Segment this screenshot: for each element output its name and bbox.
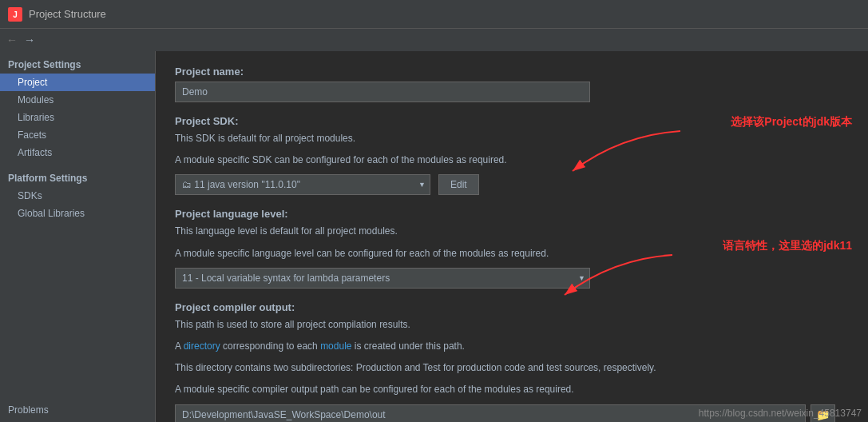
sidebar-item-facets[interactable]: Facets xyxy=(0,126,155,144)
project-settings-header: Project Settings xyxy=(0,54,155,74)
language-dropdown-wrapper: 11 - Local variable syntax for lambda pa… xyxy=(175,268,590,289)
language-dropdown[interactable]: 11 - Local variable syntax for lambda pa… xyxy=(175,268,590,289)
title-bar-title: Project Structure xyxy=(29,8,106,20)
compiler-desc2: A directory corresponding to each module… xyxy=(175,339,849,354)
sidebar-item-problems[interactable]: Problems xyxy=(0,398,155,422)
sidebar-item-project[interactable]: Project xyxy=(0,74,155,91)
sidebar-item-libraries[interactable]: Libraries xyxy=(0,109,155,126)
compiler-desc1: This path is used to store all project c… xyxy=(175,317,849,332)
lang-desc1: This language level is default for all p… xyxy=(175,224,849,239)
title-bar: J Project Structure xyxy=(0,0,868,29)
app-logo: J xyxy=(8,7,22,22)
sdk-dropdown-wrapper: 🗂 11 java version "11.0.10" xyxy=(175,174,430,195)
sidebar: Project Settings Project Modules Librari… xyxy=(0,51,156,422)
compiler-output-label: Project compiler output: xyxy=(175,301,849,313)
platform-settings-header: Platform Settings xyxy=(0,168,155,187)
compiler-desc4: A module specific compiler output path c… xyxy=(175,382,849,397)
main-layout: Project Settings Project Modules Librari… xyxy=(0,51,868,422)
sidebar-item-sdks[interactable]: SDKs xyxy=(0,187,155,205)
language-level-section: Project language level: This language le… xyxy=(175,208,849,288)
content-area: Project name: Project SDK: This SDK is d… xyxy=(156,51,868,422)
sdk-desc2: A module specific SDK can be configured … xyxy=(175,153,849,168)
project-name-input[interactable] xyxy=(175,82,590,102)
back-arrow[interactable]: ← xyxy=(6,34,18,46)
compiler-desc3: This directory contains two subdirectori… xyxy=(175,360,849,376)
lang-desc2: A module specific language level can be … xyxy=(175,246,849,261)
watermark: https://blog.csdn.net/weixin_45813747 xyxy=(699,408,862,419)
sidebar-item-global-libraries[interactable]: Global Libraries xyxy=(0,205,155,222)
forward-arrow[interactable]: → xyxy=(24,34,35,46)
sidebar-item-modules[interactable]: Modules xyxy=(0,91,155,109)
project-sdk-label: Project SDK: xyxy=(175,115,849,127)
project-name-section: Project name: xyxy=(175,66,849,102)
compiler-output-section: Project compiler output: This path is us… xyxy=(175,301,849,422)
sidebar-item-artifacts[interactable]: Artifacts xyxy=(0,144,155,161)
sdk-dropdown[interactable]: 🗂 11 java version "11.0.10" xyxy=(175,174,430,195)
language-level-label: Project language level: xyxy=(175,208,849,220)
project-name-label: Project name: xyxy=(175,66,849,78)
sdk-row: 🗂 11 java version "11.0.10" Edit xyxy=(175,174,849,195)
sdk-desc1: This SDK is default for all project modu… xyxy=(175,131,849,146)
project-sdk-section: Project SDK: This SDK is default for all… xyxy=(175,115,849,195)
sdk-edit-button[interactable]: Edit xyxy=(438,174,479,195)
nav-arrows: ← → xyxy=(0,29,868,51)
svg-text:J: J xyxy=(13,10,18,19)
